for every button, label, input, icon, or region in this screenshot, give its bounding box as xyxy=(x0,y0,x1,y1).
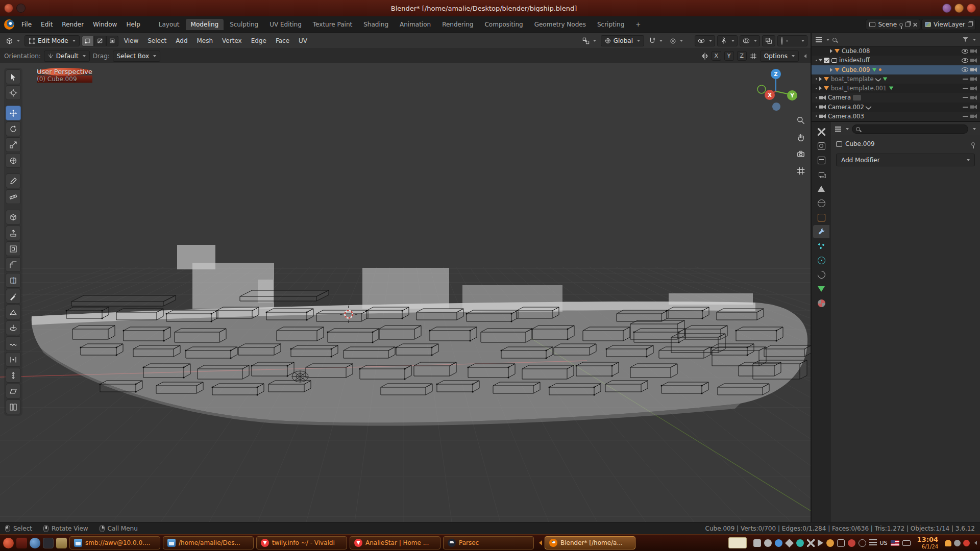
sync-icon[interactable] xyxy=(859,539,866,547)
app-launcher-icon[interactable] xyxy=(3,538,14,548)
rendered-shading-button[interactable] xyxy=(795,40,797,42)
shear-tool[interactable] xyxy=(6,384,21,398)
expand-icon[interactable] xyxy=(830,49,832,53)
hidden-eye-icon[interactable] xyxy=(963,79,968,80)
menu-view[interactable]: View xyxy=(120,36,142,46)
snap-grid-icon[interactable] xyxy=(750,53,757,60)
object-name[interactable]: Camera xyxy=(828,94,851,101)
expand-icon[interactable] xyxy=(830,68,832,72)
outliner-row-boat-template-001[interactable]: boat_template.001 xyxy=(812,84,980,93)
launcher-files-icon[interactable] xyxy=(56,538,67,548)
tab-constraints[interactable] xyxy=(813,268,829,281)
scale-tool[interactable] xyxy=(6,137,21,152)
expand-icon[interactable] xyxy=(819,77,822,81)
menu-mesh[interactable]: Mesh xyxy=(193,36,217,46)
properties-search-input[interactable] xyxy=(852,124,968,134)
bevel-tool[interactable] xyxy=(6,257,21,272)
proportional-editing-button[interactable] xyxy=(667,37,685,45)
recording-icon[interactable] xyxy=(848,539,855,547)
volume-icon[interactable] xyxy=(764,539,772,547)
outliner-row-cube008[interactable]: Cube.008 xyxy=(812,46,980,56)
app-icon[interactable] xyxy=(4,4,13,13)
taskbar-window-home[interactable]: /home/amalie/Des... xyxy=(163,536,254,549)
workspace-tab-scripting[interactable]: Scripting xyxy=(592,19,629,30)
taskbar-scroll-left-icon[interactable] xyxy=(536,540,542,545)
viewlayer-new-icon[interactable] xyxy=(968,22,972,27)
menu-edit[interactable]: Edit xyxy=(37,19,57,30)
workspace-tab-sculpting[interactable]: Sculpting xyxy=(225,19,263,30)
render-visibility-icon[interactable] xyxy=(970,114,977,118)
minimize-button[interactable] xyxy=(954,4,964,13)
edge-slide-tool[interactable] xyxy=(6,352,21,367)
tab-world[interactable] xyxy=(813,196,829,210)
menu-help[interactable]: Help xyxy=(122,19,144,30)
object-name[interactable]: boat_template.001 xyxy=(831,85,887,92)
spin-tool[interactable] xyxy=(6,320,21,335)
network-icon[interactable] xyxy=(775,539,782,547)
mirror-x-button[interactable]: X xyxy=(712,51,721,61)
menu-select[interactable]: Select xyxy=(144,36,170,46)
render-visibility-icon[interactable] xyxy=(970,58,977,63)
tab-object[interactable] xyxy=(813,211,829,224)
scene-unlink-icon[interactable] xyxy=(913,22,917,27)
bluetooth-icon[interactable] xyxy=(837,539,845,547)
status-gray-icon[interactable] xyxy=(954,540,961,546)
breadcrumb-object-name[interactable]: Cube.009 xyxy=(845,140,875,147)
expand-icon[interactable] xyxy=(819,86,822,90)
poly-build-tool[interactable] xyxy=(6,305,21,319)
taskbar-window-parsec[interactable]: Parsec xyxy=(443,536,534,549)
extrude-region-tool[interactable] xyxy=(6,226,21,240)
blender-logo-icon[interactable] xyxy=(4,19,14,30)
menu-file[interactable]: File xyxy=(17,19,36,30)
hide-eye-icon[interactable] xyxy=(962,49,968,54)
tray-menu-icon[interactable] xyxy=(869,539,877,547)
orientation-dropdown[interactable]: Default xyxy=(44,51,90,62)
menu-uv[interactable]: UV xyxy=(295,36,311,46)
tab-tool[interactable] xyxy=(813,125,829,138)
navigation-gizmo[interactable]: Z X Y xyxy=(752,66,799,113)
shrink-fatten-tool[interactable] xyxy=(6,368,21,383)
panel-hide-arrow[interactable] xyxy=(972,541,977,545)
outliner-row-camera-002[interactable]: Camera.002 xyxy=(812,103,980,112)
workspace-tab-modeling[interactable]: Modeling xyxy=(186,19,224,30)
knife-tool[interactable] xyxy=(6,289,21,304)
mode-dropdown[interactable]: Edit Mode xyxy=(24,35,80,46)
workspace-tab-animation[interactable]: Animation xyxy=(395,19,436,30)
window-pin-icon[interactable] xyxy=(16,4,26,13)
zoom-icon[interactable] xyxy=(796,116,805,127)
annotate-tool[interactable] xyxy=(6,173,21,188)
tab-particles[interactable] xyxy=(813,239,829,253)
workspace-tab-layout[interactable]: Layout xyxy=(154,19,185,30)
face-select-button[interactable] xyxy=(106,36,118,46)
music-player-icon[interactable] xyxy=(785,539,794,547)
viewport-canvas[interactable] xyxy=(0,63,811,522)
render-visibility-icon[interactable] xyxy=(970,77,977,81)
vertex-select-button[interactable] xyxy=(82,36,94,46)
panel-collapse-arrow[interactable] xyxy=(802,54,806,58)
menu-vertex[interactable]: Vertex xyxy=(218,36,246,46)
keyboard-icon[interactable] xyxy=(902,540,911,546)
scene-pin-icon[interactable] xyxy=(899,23,903,27)
options-dropdown[interactable]: Options xyxy=(760,51,799,62)
smooth-tool[interactable] xyxy=(6,336,21,351)
close-button[interactable] xyxy=(967,4,976,13)
render-visibility-icon[interactable] xyxy=(970,86,977,91)
menu-edge[interactable]: Edge xyxy=(248,36,270,46)
window-menu-button[interactable] xyxy=(942,4,951,13)
show-overlays-button[interactable] xyxy=(740,35,760,46)
hide-eye-icon[interactable] xyxy=(962,67,968,72)
active-object-name[interactable]: Cube.009 xyxy=(842,66,870,73)
tab-material[interactable] xyxy=(813,296,829,310)
snap-button[interactable] xyxy=(646,36,665,45)
collection-name[interactable]: insidestuff xyxy=(839,57,870,64)
outliner-row-cube009-selected[interactable]: Cube.009 xyxy=(812,65,980,74)
notes-widget[interactable] xyxy=(728,537,747,548)
render-visibility-icon[interactable] xyxy=(970,95,977,100)
tab-object-data[interactable] xyxy=(813,282,829,295)
search-icon[interactable] xyxy=(832,38,837,42)
tab-view-layer[interactable] xyxy=(813,168,829,181)
inset-faces-tool[interactable] xyxy=(6,241,21,256)
object-name[interactable]: Camera.003 xyxy=(828,113,864,120)
outliner-row-boat-template[interactable]: boat_template xyxy=(812,74,980,84)
keyboard-layout-indicator[interactable]: US xyxy=(880,540,888,546)
